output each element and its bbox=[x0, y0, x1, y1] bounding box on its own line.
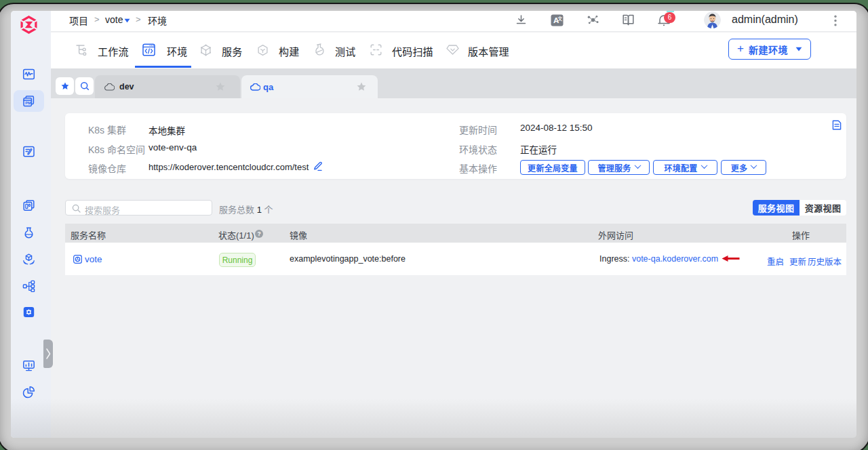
svg-text:PM: PM bbox=[25, 101, 31, 105]
svg-text:?: ? bbox=[257, 230, 260, 237]
svg-text:文: 文 bbox=[557, 16, 563, 22]
